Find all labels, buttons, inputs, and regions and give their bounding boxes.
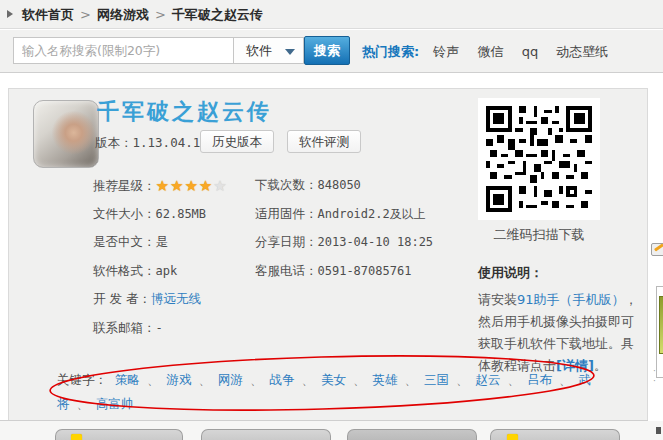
details-left-column: 推荐星级：★★★★★ 文件大小：62.85MB 是否中文：是 软件格式：apk … [93,177,228,348]
keyword-separator: 、 [552,372,579,387]
keyword-link[interactable]: 美女 [321,372,346,387]
footer-button-3[interactable] [347,429,477,440]
phone-value: 0591-87085761 [318,264,412,278]
details-right-column: 下载次数：848050 适用固件：Android2.2及以上 分享日期：2013… [255,177,433,291]
breadcrumb-item-category[interactable]: 网络游戏 [97,7,149,22]
search-category-dropdown[interactable]: 软件 [233,37,304,64]
firmware-label: 适用固件： [255,206,318,221]
chinese-label: 是否中文： [93,234,156,249]
keyword-link[interactable]: 吕布 [527,372,552,387]
keyword-link[interactable]: 游戏 [167,372,192,387]
keywords-label: 关键字： [57,372,107,387]
keyword-link[interactable]: 策略 [115,372,140,387]
downloads-value: 848050 [318,178,361,192]
star-icon [507,434,518,440]
downloads-label: 下载次数： [255,177,318,192]
breadcrumb-item-current: 千军破之赵云传 [172,7,263,22]
detail-row-rating: 推荐星级：★★★★★ [93,177,228,194]
footer-button-4[interactable] [490,429,620,440]
keyword-separator: 、 [192,372,219,387]
star-icon [71,434,82,440]
usage-instructions: 使用说明： 请安装91助手（手机版），然后用手机摄像头拍摄即可获取手机软件下载地… [478,264,641,377]
breadcrumb-arrow-icon [7,10,13,18]
star-rating: ★★★★★ [156,177,228,195]
thumbnail-image [659,296,663,354]
detail-row-chinese: 是否中文：是 [93,234,228,251]
chinese-value: 是 [156,234,169,249]
filesize-value: 62.85MB [156,207,207,221]
email-label: 联系邮箱： [93,320,156,335]
qr-code-box [478,98,600,220]
keyword-separator: 、 [501,372,528,387]
sharedate-label: 分享日期： [255,234,318,249]
footer-button-1[interactable] [55,429,183,440]
hot-link-wechat[interactable]: 微信 [477,44,503,59]
sidebar-thumbnail [656,286,663,378]
sidebar-fragment [656,427,661,434]
hot-search-label: 热门搜索: [362,44,419,59]
breadcrumb: 软件首页>网络游戏>千军破之赵云传 [22,6,263,24]
breadcrumb-bar: 软件首页>网络游戏>千军破之赵云传 [0,0,663,29]
keyword-link[interactable]: 网游 [218,372,243,387]
format-label: 软件格式： [93,263,156,278]
version-label: 版本： [95,135,133,150]
usage-title: 使用说明： [478,264,641,282]
keyword-separator: 、 [449,372,476,387]
keyword-link[interactable]: 战争 [270,372,295,387]
star-filled-icons: ★★★★ [156,177,214,195]
email-value: - [156,321,163,335]
usage-body: 请安装91助手（手机版），然后用手机摄像头拍摄即可获取手机软件下载地址。具体教程… [478,289,641,377]
hot-link-wallpaper[interactable]: 动态壁纸 [556,44,608,59]
keyword-link[interactable]: 英雄 [373,372,398,387]
detail-row-sharedate: 分享日期：2013-04-10 18:25 [255,234,433,251]
keyword-link[interactable]: 赵云 [476,372,501,387]
helper-app-link[interactable]: 91助手（手机版） [517,292,625,307]
search-category-value: 软件 [246,43,272,58]
app-title: 千军破之赵云传 [97,97,272,127]
app-download-page: 软件首页>网络游戏>千军破之赵云传 软件 搜索 热门搜索: 铃声 微信 qq 动… [0,0,663,440]
keyword-link[interactable]: 高富帅 [96,396,134,411]
keyword-separator: 、 [70,396,97,411]
developer-label: 开 发 者： [93,291,151,306]
search-button[interactable]: 搜索 [304,36,350,65]
software-review-button[interactable]: 软件评测 [287,130,361,153]
hot-search: 热门搜索: 铃声 微信 qq 动态壁纸 [362,43,622,61]
qr-caption: 二维码扫描下载 [478,226,600,244]
divider [0,420,648,421]
footer-button-2[interactable] [201,429,331,440]
detail-row-filesize: 文件大小：62.85MB [93,206,228,223]
keyword-link[interactable]: 三国 [424,372,449,387]
format-value: apk [156,264,178,278]
sharedate-value: 2013-04-10 18:25 [318,235,434,249]
keyword-separator: 、 [243,372,270,387]
detail-row-format: 软件格式：apk [93,263,228,280]
version-row: 版本：1.13.04.10 [95,135,208,152]
phone-label: 客服电话： [255,263,318,278]
app-icon [33,100,99,168]
breadcrumb-separator: > [149,7,172,22]
keyword-separator: 、 [295,372,322,387]
hot-link-qq[interactable]: qq [522,44,539,59]
keyword-separator: 、 [346,372,373,387]
edit-icon[interactable] [651,243,663,256]
breadcrumb-separator: > [74,7,97,22]
history-version-button[interactable]: 历史版本 [200,130,274,153]
star-empty-icon: ★ [213,177,227,195]
keyword-separator: 、 [140,372,167,387]
detail-row-firmware: 适用固件：Android2.2及以上 [255,206,433,223]
hot-link-ringtone[interactable]: 铃声 [433,44,459,59]
firmware-value: Android2.2及以上 [318,207,426,221]
search-input[interactable] [13,37,234,64]
usage-text-pre: 请安装 [478,292,517,307]
developer-link[interactable]: 博远无线 [151,291,201,306]
filesize-label: 文件大小： [93,206,156,221]
search-bar: 软件 搜索 热门搜索: 铃声 微信 qq 动态壁纸 [0,30,663,73]
detail-row-downloads: 下载次数：848050 [255,177,433,194]
breadcrumb-item-home[interactable]: 软件首页 [22,7,74,22]
version-value: 1.13.04.10 [133,135,208,150]
detail-row-email: 联系邮箱：- [93,320,228,337]
sidebar-dots: · · [653,366,663,386]
rating-label: 推荐星级： [93,178,156,193]
keyword-separator: 、 [398,372,425,387]
detail-row-phone: 客服电话：0591-87085761 [255,263,433,280]
